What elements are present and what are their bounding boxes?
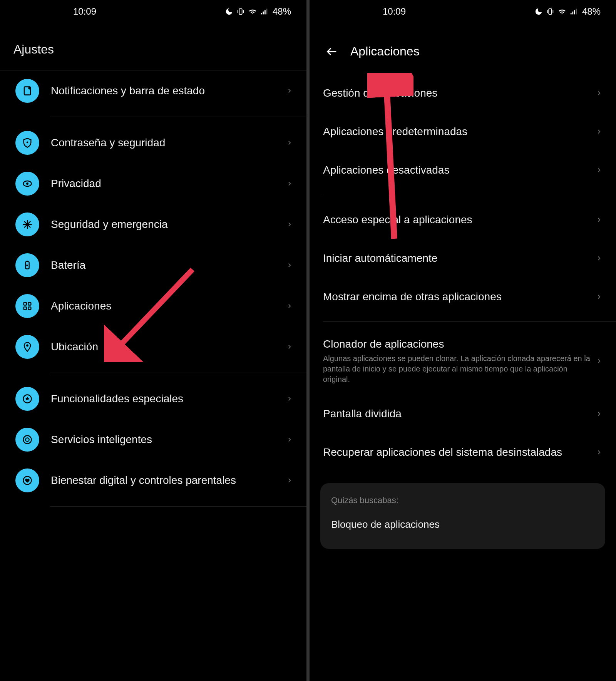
eye-icon — [15, 172, 39, 196]
svg-rect-6 — [266, 9, 268, 15]
row-manage-apps[interactable]: Gestión de aplicaciones — [310, 74, 616, 112]
row-split-screen[interactable]: Pantalla dividida — [310, 395, 616, 433]
row-label: Batería — [51, 258, 281, 272]
svg-rect-27 — [571, 13, 572, 15]
status-time: 10:09 — [383, 6, 406, 17]
chevron-right-icon — [596, 358, 603, 365]
svg-rect-14 — [24, 303, 27, 305]
svg-rect-28 — [572, 12, 573, 14]
row-battery[interactable]: Batería — [0, 245, 306, 286]
row-app-cloner[interactable]: Clonador de aplicaciones Algunas aplicac… — [310, 327, 616, 395]
row-label: Recuperar aplicaciones del sistema desin… — [323, 445, 591, 459]
chevron-right-icon — [286, 180, 293, 187]
status-right: 48% — [534, 6, 601, 17]
row-smart-services[interactable]: Servicios inteligentes — [0, 419, 306, 460]
row-label: Acceso especial a aplicaciones — [323, 213, 591, 227]
notification-icon — [15, 79, 39, 103]
svg-rect-24 — [549, 9, 551, 15]
divider — [50, 373, 306, 373]
chevron-right-icon — [596, 216, 603, 223]
row-label: Notificaciones y barra de estado — [51, 84, 281, 98]
shield-icon — [15, 131, 39, 155]
applications-screen: 10:09 48% Aplicaciones Gestión de aplica… — [310, 0, 616, 681]
chevron-right-icon — [286, 395, 293, 402]
location-icon — [15, 335, 39, 359]
status-icons — [534, 7, 578, 16]
row-label: Aplicaciones — [51, 299, 281, 313]
row-sublabel: Algunas aplicaciones se pueden clonar. L… — [323, 353, 591, 385]
star-icon — [15, 387, 39, 411]
applications-list: Gestión de aplicaciones Aplicaciones pre… — [310, 74, 616, 472]
row-label: Seguridad y emergencia — [51, 218, 281, 231]
row-label: Aplicaciones predeterminadas — [323, 125, 591, 139]
row-label: Servicios inteligentes — [51, 433, 281, 447]
chevron-right-icon — [596, 449, 603, 456]
divider — [50, 117, 306, 117]
chevron-right-icon — [286, 436, 293, 443]
settings-list: Notificaciones y barra de estado Contras… — [0, 70, 306, 507]
row-location[interactable]: Ubicación — [0, 326, 306, 367]
divider — [50, 506, 306, 507]
signal-icon — [570, 7, 578, 16]
row-label: Ubicación — [51, 340, 281, 354]
svg-point-20 — [23, 436, 32, 444]
row-notifications[interactable]: Notificaciones y barra de estado — [0, 70, 306, 111]
wifi-icon — [248, 7, 257, 16]
row-emergency[interactable]: Seguridad y emergencia — [0, 204, 306, 245]
row-default-apps[interactable]: Aplicaciones predeterminadas — [310, 112, 616, 151]
settings-screen: 10:09 48% Ajustes Notificaciones y barra… — [0, 0, 306, 681]
svg-rect-29 — [574, 10, 575, 14]
row-applications[interactable]: Aplicaciones — [0, 286, 306, 326]
svg-rect-13 — [27, 261, 28, 261]
status-bar: 10:09 48% — [310, 0, 616, 23]
svg-rect-4 — [263, 12, 264, 14]
row-label: Pantalla dividida — [323, 407, 591, 421]
svg-rect-30 — [576, 9, 577, 15]
svg-point-11 — [26, 182, 28, 185]
wifi-icon — [557, 7, 567, 16]
chevron-right-icon — [286, 343, 293, 350]
row-disabled-apps[interactable]: Aplicaciones desactivadas — [310, 151, 616, 189]
status-battery: 48% — [582, 6, 601, 17]
svg-rect-5 — [264, 10, 266, 14]
status-right: 48% — [225, 6, 291, 17]
row-password-security[interactable]: Contraseña y seguridad — [0, 122, 306, 163]
chevron-right-icon — [596, 293, 603, 300]
svg-point-21 — [25, 438, 29, 441]
row-label: Iniciar automáticamente — [323, 251, 591, 265]
row-special-features[interactable]: Funcionalidades especiales — [0, 378, 306, 419]
chevron-right-icon — [286, 139, 293, 146]
status-bar: 10:09 48% — [0, 0, 306, 23]
chevron-right-icon — [596, 90, 603, 97]
svg-point-18 — [26, 345, 28, 347]
divider — [323, 195, 616, 195]
row-recover-system-apps[interactable]: Recuperar aplicaciones del sistema desin… — [310, 433, 616, 472]
chevron-right-icon — [286, 221, 293, 228]
row-display-over-apps[interactable]: Mostrar encima de otras aplicaciones — [310, 278, 616, 316]
svg-rect-15 — [28, 303, 31, 305]
row-autostart[interactable]: Iniciar automáticamente — [310, 239, 616, 278]
moon-icon — [534, 7, 543, 16]
svg-point-8 — [28, 87, 31, 90]
divider — [323, 321, 616, 322]
back-button[interactable] — [325, 45, 339, 59]
row-digital-wellbeing[interactable]: Bienestar digital y controles parentales — [0, 460, 306, 501]
battery-icon — [15, 253, 39, 277]
heart-icon — [15, 469, 39, 492]
suggestion-item[interactable]: Bloqueo de aplicaciones — [331, 519, 594, 530]
chevron-right-icon — [596, 410, 603, 417]
row-label: Privacidad — [51, 177, 281, 191]
chevron-right-icon — [596, 255, 603, 262]
page-title: Ajustes — [0, 23, 306, 70]
chevron-right-icon — [596, 167, 603, 174]
row-privacy[interactable]: Privacidad — [0, 163, 306, 204]
suggestion-title: Quizás buscabas: — [331, 495, 594, 505]
row-label: Mostrar encima de otras aplicaciones — [323, 290, 591, 304]
chevron-right-icon — [286, 262, 293, 269]
moon-icon — [225, 7, 233, 16]
vibrate-icon — [546, 7, 554, 16]
chevron-right-icon — [286, 87, 293, 94]
signal-icon — [260, 7, 269, 16]
row-special-access[interactable]: Acceso especial a aplicaciones — [310, 201, 616, 239]
apps-icon — [15, 294, 39, 318]
